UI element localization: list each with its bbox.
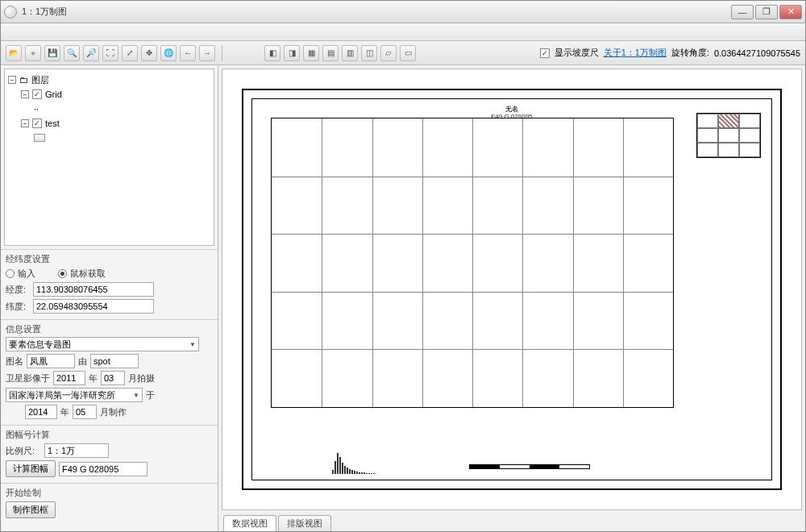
zoom-out-icon[interactable]: 🔎 (83, 45, 99, 61)
scale-input[interactable] (44, 443, 109, 458)
tool-icon[interactable]: ◫ (361, 45, 377, 61)
month2-input[interactable] (73, 405, 97, 419)
tab-layout-view[interactable]: 排版视图 (278, 515, 331, 531)
zoom-in-icon[interactable]: 🔍 (64, 45, 80, 61)
forward-icon[interactable]: → (199, 45, 215, 61)
panel-header: 开始绘制 (6, 487, 213, 499)
org-dropdown[interactable]: 国家海洋局第一海洋研究所▼ (6, 388, 143, 402)
tool-icon[interactable]: ◨ (284, 45, 300, 61)
mapname-input[interactable] (27, 354, 75, 368)
year2-input[interactable] (25, 405, 57, 419)
lon-input[interactable] (33, 282, 154, 297)
fit-icon[interactable]: ⛶ (102, 45, 118, 61)
histogram-icon (332, 453, 429, 474)
show-scale-label: 显示坡度尺 (555, 47, 599, 59)
pan-icon[interactable]: ✥ (141, 45, 157, 61)
mouse-radio[interactable] (58, 269, 67, 278)
info-panel: 信息设置 要素信息专题图▼ 图名 由 卫星影像于 年 月拍摄 国家海洋局第一海洋… (1, 319, 218, 425)
calc-button[interactable]: 计算图幅 (6, 460, 56, 477)
layer-label[interactable]: Grid (45, 89, 62, 99)
layer-checkbox[interactable]: ✓ (32, 118, 42, 128)
layer-checkbox[interactable]: ✓ (32, 89, 42, 99)
input-radio[interactable] (6, 269, 15, 278)
chevron-down-icon: ▼ (189, 341, 196, 348)
collapse-icon[interactable]: − (8, 76, 16, 84)
maximize-button[interactable]: ❐ (755, 5, 778, 19)
full-extent-icon[interactable]: ⤢ (122, 45, 138, 61)
draw-panel: 开始绘制 制作图框 (1, 483, 218, 524)
right-panel: 无名 F49 G 028095 (218, 65, 805, 531)
left-panel: −🗀图层 −✓Grid ·· −✓test 经纬度设置 输入 鼠标获取 经度: (1, 65, 218, 531)
tool-icon[interactable]: ▦ (303, 45, 319, 61)
view-tabs: 数据视图 排版视图 (218, 513, 805, 531)
add-icon[interactable]: ＋ (25, 45, 41, 61)
by-input[interactable] (90, 354, 139, 368)
year1-input[interactable] (53, 371, 85, 385)
panel-header: 信息设置 (6, 323, 213, 335)
calc-panel: 图幅号计算 比例尺: 计算图幅 (1, 425, 218, 483)
titlebar: 1：1万制图 — ❐ ✕ (1, 1, 805, 23)
layer-swatch (34, 134, 45, 142)
collapse-icon[interactable]: − (21, 119, 29, 127)
globe-icon[interactable]: 🌐 (160, 45, 177, 61)
tool-icon[interactable]: ▱ (380, 45, 397, 61)
tab-data-view[interactable]: 数据视图 (223, 515, 276, 531)
make-frame-button[interactable]: 制作图框 (6, 501, 56, 518)
open-icon[interactable]: 📂 (6, 45, 22, 61)
layer-label[interactable]: test (45, 118, 60, 128)
chevron-down-icon: ▼ (133, 392, 139, 399)
tool-icon[interactable]: ◧ (264, 45, 280, 61)
save-icon[interactable]: 💾 (44, 45, 60, 61)
coord-panel: 经纬度设置 输入 鼠标获取 经度: 纬度: (1, 249, 218, 319)
toolbar: 📂 ＋ 💾 🔍 🔎 ⛶ ⤢ ✥ 🌐 ← → ◧ ◨ ▦ ▤ ▥ ◫ ▱ ▭ ✓ … (1, 41, 805, 65)
tool-icon[interactable]: ▭ (400, 45, 416, 61)
menu-item[interactable] (18, 27, 20, 37)
menubar (1, 23, 805, 41)
collapse-icon[interactable]: − (21, 90, 29, 98)
theme-dropdown[interactable]: 要素信息专题图▼ (6, 337, 199, 351)
scale-bar (469, 464, 590, 469)
month1-input[interactable] (101, 371, 125, 385)
layer-tree[interactable]: −🗀图层 −✓Grid ·· −✓test (4, 69, 214, 246)
menu-item[interactable] (6, 27, 8, 37)
close-button[interactable]: ✕ (779, 5, 802, 19)
panel-header: 图幅号计算 (6, 429, 213, 441)
tree-root-label: 图层 (31, 74, 49, 86)
map-sheet: 无名 F49 G 028095 (242, 89, 782, 490)
calc-result[interactable] (59, 462, 147, 476)
app-icon (4, 6, 17, 19)
minimize-button[interactable]: — (731, 5, 754, 19)
map-canvas[interactable]: 无名 F49 G 028095 (222, 69, 802, 510)
rotation-label: 旋转角度: (671, 47, 709, 59)
show-scale-checkbox[interactable]: ✓ (540, 48, 550, 58)
index-map (696, 113, 761, 158)
panel-header: 经纬度设置 (6, 253, 213, 265)
map-grid (271, 118, 674, 408)
window-title: 1：1万制图 (22, 6, 67, 18)
about-link[interactable]: 关于1：1万制图 (604, 47, 667, 59)
tool-icon[interactable]: ▤ (322, 45, 339, 61)
back-icon[interactable]: ← (180, 45, 196, 61)
tool-icon[interactable]: ▥ (342, 45, 358, 61)
app-window: 1：1万制图 — ❐ ✕ 📂 ＋ 💾 🔍 🔎 ⛶ ⤢ ✥ 🌐 ← → ◧ ◨ ▦… (0, 0, 806, 532)
rotation-value: 0.0364427109075545 (714, 48, 800, 58)
lat-input[interactable] (33, 299, 154, 314)
